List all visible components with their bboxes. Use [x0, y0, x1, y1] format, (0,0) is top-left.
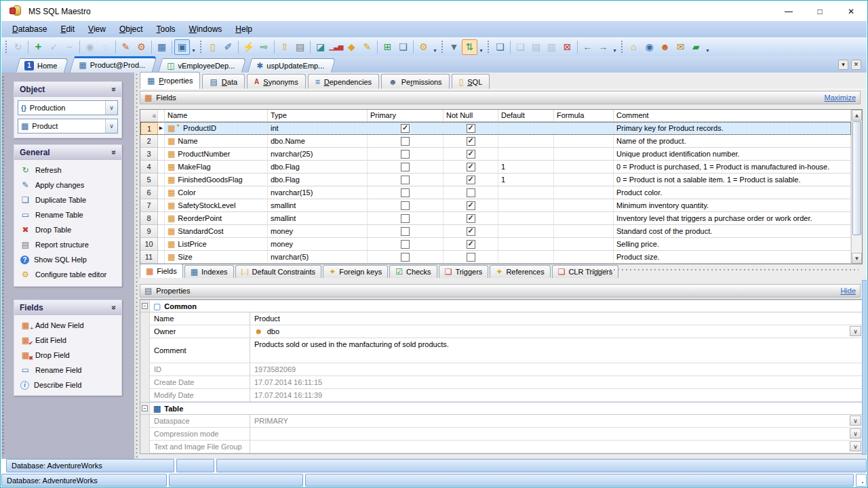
collapse-panel-icon[interactable]: « [109, 150, 119, 155]
object-editors-button[interactable]: ▣ [174, 39, 190, 55]
home-page-button[interactable]: ⌂ [626, 39, 642, 55]
field-formula[interactable] [554, 251, 614, 264]
field-formula[interactable] [554, 225, 614, 238]
sidebar-splitter[interactable] [134, 73, 139, 459]
collapse-panel-icon[interactable]: « [109, 305, 119, 310]
create-table-button[interactable]: ▦ [154, 39, 170, 55]
field-name[interactable]: StandardCost [178, 227, 223, 235]
property-value-owner[interactable]: ☻ dbo ∨ [250, 325, 862, 338]
notnull-checkbox[interactable] [467, 176, 475, 184]
primary-checkbox[interactable] [401, 176, 410, 184]
profile-button[interactable]: ☻ [657, 39, 673, 55]
field-default[interactable] [498, 212, 554, 225]
tab-vemployeedep[interactable]: ◫ vEmployeeDep... [160, 58, 244, 73]
collapse-group-icon[interactable]: − [142, 405, 148, 411]
row-number[interactable]: 1 [140, 122, 158, 135]
sidebar-item-add-new-field[interactable]: ▦+Add New Field [14, 318, 121, 333]
toolbar-overflow-icon[interactable]: ▾ [704, 39, 711, 55]
toolbar-overflow-icon[interactable]: ▾ [611, 39, 618, 55]
table-row[interactable]: 3 ▦ProductNumber nvarchar(25) Unique pro… [140, 148, 851, 161]
field-type[interactable]: int [268, 122, 368, 135]
create-object-button[interactable]: ▯ [205, 39, 220, 55]
field-name[interactable]: Color [178, 188, 195, 197]
compression-dropdown-button[interactable]: ∨ [850, 428, 861, 439]
horizontal-splitter[interactable] [584, 268, 859, 272]
primary-checkbox[interactable] [401, 227, 410, 236]
column-header-primary[interactable]: Primary [368, 110, 443, 122]
toolbar-grip[interactable] [487, 40, 490, 54]
database-registration-info-button[interactable]: ✓ [46, 39, 62, 55]
toolbar-grip[interactable] [441, 40, 444, 54]
row-number[interactable]: 11 [140, 251, 158, 264]
fields-panel-header[interactable]: Fields « [14, 300, 121, 315]
forward-button[interactable]: → [595, 39, 611, 55]
tile-horizontal-button[interactable]: ▤ [528, 39, 544, 55]
sidebar-item-apply-changes[interactable]: ✎Apply changes [14, 178, 121, 192]
schema-dropdown-button[interactable]: ∨ [105, 101, 117, 115]
field-formula[interactable] [554, 122, 614, 135]
row-number[interactable]: 7 [140, 199, 158, 212]
olap-cube-button[interactable]: ◆ [344, 39, 359, 55]
field-type[interactable]: money [268, 225, 368, 238]
field-default[interactable]: 1 [498, 174, 554, 186]
field-default[interactable] [498, 122, 554, 135]
feedback-button[interactable]: ✉ [673, 39, 688, 55]
tab-product[interactable]: ▦ Product@Prod... [72, 56, 155, 73]
field-formula[interactable] [554, 174, 614, 186]
database-options-button[interactable]: ⚙ [134, 39, 149, 55]
field-comment[interactable]: Minimum inventory quantity. [614, 199, 851, 212]
field-name[interactable]: MakeFlag [178, 163, 210, 171]
register-database-button[interactable]: + [31, 39, 46, 55]
table-row[interactable]: 7 ▦SafetyStockLevel smallint Minimum inv… [140, 199, 851, 212]
toolbar-grip[interactable] [5, 40, 8, 54]
field-default[interactable] [498, 148, 554, 161]
toolbar-overflow-icon[interactable]: ▾ [190, 39, 197, 55]
table-select[interactable]: ▦ Product ∨ [18, 119, 118, 134]
notnull-checkbox[interactable] [467, 253, 475, 262]
diagram-button[interactable]: ❏ [395, 39, 411, 55]
table-row[interactable]: 4 ▦MakeFlag dbo.Flag 1 0 = Product is pu… [140, 161, 851, 174]
refresh-button[interactable]: ↻ [10, 39, 26, 55]
textimage-dropdown-button[interactable]: ∨ [850, 441, 861, 451]
tab-references[interactable]: ✦References [490, 265, 550, 278]
field-comment[interactable]: Product size. [614, 251, 851, 264]
back-button[interactable]: ← [580, 39, 595, 55]
table-row[interactable]: 1 ▶ ▦✦ProductID int Primary key for Prod… [140, 122, 851, 135]
primary-checkbox[interactable] [401, 214, 410, 223]
notnull-checkbox[interactable] [467, 240, 475, 249]
owner-dropdown-button[interactable]: ∨ [850, 326, 861, 336]
close-all-windows-button[interactable]: ⊠ [559, 39, 575, 55]
toolbar-grip[interactable] [199, 40, 203, 54]
field-comment[interactable]: Name of the product. [614, 135, 851, 148]
field-default[interactable] [498, 199, 554, 212]
table-row[interactable]: 2 ▦Name dbo.Name Name of the product. [140, 135, 851, 148]
tab-home[interactable]: 1 Home [18, 58, 66, 73]
execute-sql-button[interactable]: ⚡ [241, 39, 256, 55]
column-header-default[interactable]: Default [498, 110, 554, 122]
tab-checks[interactable]: ☑Checks [389, 265, 437, 278]
tab-properties[interactable]: ▦Properties [140, 72, 200, 89]
toolbar-overflow-icon[interactable]: ▾ [431, 39, 439, 55]
tile-vertical-button[interactable]: ▥ [544, 39, 559, 55]
menu-help[interactable]: Help [229, 21, 259, 37]
tab-list-button[interactable]: ▾ [838, 60, 848, 70]
row-number[interactable]: 9 [140, 225, 158, 238]
group-common[interactable]: − ▢Common [140, 300, 862, 312]
primary-checkbox[interactable] [401, 137, 410, 146]
notnull-checkbox[interactable] [467, 124, 475, 133]
field-type[interactable]: smallint [268, 199, 368, 212]
connect-database-button[interactable]: ◉ [82, 39, 98, 55]
field-default[interactable] [498, 135, 554, 148]
schema-select[interactable]: {} Production ∨ [18, 100, 118, 115]
sidebar-item-describe-field[interactable]: iDescribe Field [14, 378, 121, 392]
table-row[interactable]: 5 ▦FinishedGoodsFlag dbo.Flag 1 0 = Prod… [140, 174, 851, 186]
table-row[interactable]: 11 ▦Size nvarchar(5) Product size. [140, 251, 851, 264]
query-designer-button[interactable]: ✐ [220, 39, 236, 55]
menu-view[interactable]: View [81, 21, 113, 37]
row-number[interactable]: 4 [140, 161, 158, 174]
sidebar-item-report-structure[interactable]: ▤Report structure [14, 237, 121, 252]
sidebar-item-duplicate-table[interactable]: ❏Duplicate Table [14, 192, 121, 207]
field-default[interactable] [498, 251, 554, 264]
cascade-windows-button[interactable]: ❏ [513, 39, 528, 55]
field-formula[interactable] [554, 135, 614, 148]
